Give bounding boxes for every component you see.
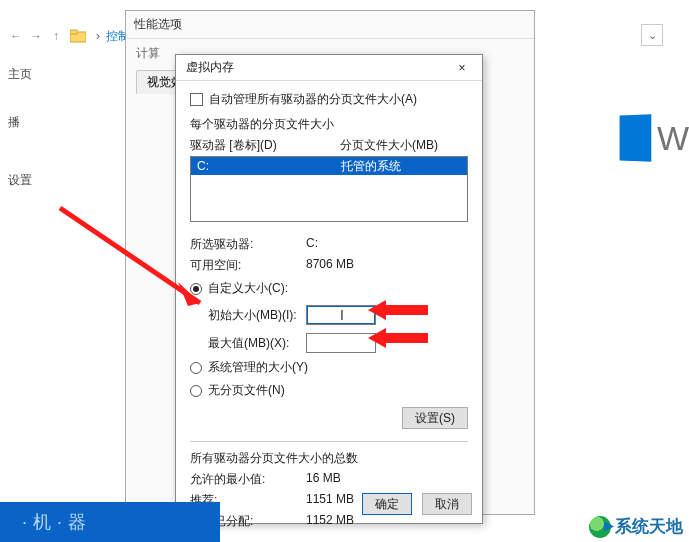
cur-value: 1152 MB [306, 513, 354, 530]
chevron-right-icon: › [96, 29, 100, 43]
radio-custom-label: 自定义大小(C): [208, 280, 288, 297]
chevron-down-icon: ⌄ [648, 29, 657, 42]
radio-no-paging-label: 无分页文件(N) [208, 382, 285, 399]
drives-group-label: 每个驱动器的分页文件大小 [190, 116, 468, 133]
search-dropdown[interactable]: ⌄ [641, 24, 663, 46]
taskbar: ·机·器 [0, 502, 220, 542]
left-nav: 主页 播 设置 [8, 60, 32, 194]
totals-label: 所有驱动器分页文件大小的总数 [190, 450, 468, 467]
radio-custom-size[interactable] [190, 283, 202, 295]
min-value: 16 MB [306, 471, 341, 488]
taskbar-text: ·机·器 [22, 510, 92, 534]
svg-rect-1 [70, 30, 77, 34]
set-button[interactable]: 设置(S) [402, 407, 468, 429]
selected-drive-value: C: [306, 236, 318, 253]
drive-status: 托管的系统 [341, 158, 401, 175]
drive-list-header: 驱动器 [卷标](D) 分页文件大小(MB) [190, 137, 468, 154]
initial-size-label: 初始大小(MB)(I): [190, 307, 306, 324]
cancel-button[interactable]: 取消 [422, 493, 472, 515]
radio-no-paging[interactable] [190, 385, 202, 397]
col-size: 分页文件大小(MB) [340, 137, 438, 154]
left-nav-item[interactable]: 主页 [8, 60, 32, 88]
drive-list[interactable]: C: 托管的系统 [190, 156, 468, 222]
left-nav-item[interactable]: 设置 [8, 166, 32, 194]
vm-title: 虚拟内存 [186, 59, 234, 76]
selected-drive-label: 所选驱动器: [190, 236, 306, 253]
auto-manage-label: 自动管理所有驱动器的分页文件大小(A) [209, 91, 417, 108]
ok-button[interactable]: 确定 [362, 493, 412, 515]
min-label: 允许的最小值: [190, 471, 306, 488]
left-nav-item[interactable]: 播 [8, 108, 32, 136]
max-size-label: 最大值(MB)(X): [190, 335, 306, 352]
radio-system-managed[interactable] [190, 362, 202, 374]
close-button[interactable]: × [448, 58, 476, 78]
nav-up-icon[interactable]: ↑ [46, 26, 66, 46]
nav-back-icon[interactable]: ← [6, 26, 26, 46]
radio-system-label: 系统管理的大小(Y) [208, 359, 308, 376]
rec-value: 1151 MB [306, 492, 354, 509]
windows-logo: W [619, 108, 689, 168]
virtual-memory-dialog: 虚拟内存 × 自动管理所有驱动器的分页文件大小(A) 每个驱动器的分页文件大小 … [175, 54, 483, 524]
auto-manage-checkbox[interactable] [190, 93, 203, 106]
drive-letter: C: [197, 159, 341, 173]
watermark: 系统天地 [589, 515, 683, 538]
max-size-input[interactable] [306, 333, 376, 353]
watermark-text: 系统天地 [615, 515, 683, 538]
watermark-icon [589, 516, 611, 538]
col-drive: 驱动器 [卷标](D) [190, 137, 340, 154]
folder-icon [70, 28, 86, 44]
nav-fwd-icon: → [26, 26, 46, 46]
free-space-label: 可用空间: [190, 257, 306, 274]
free-space-value: 8706 MB [306, 257, 354, 274]
drive-row[interactable]: C: 托管的系统 [191, 157, 467, 175]
initial-size-input[interactable] [306, 305, 376, 325]
